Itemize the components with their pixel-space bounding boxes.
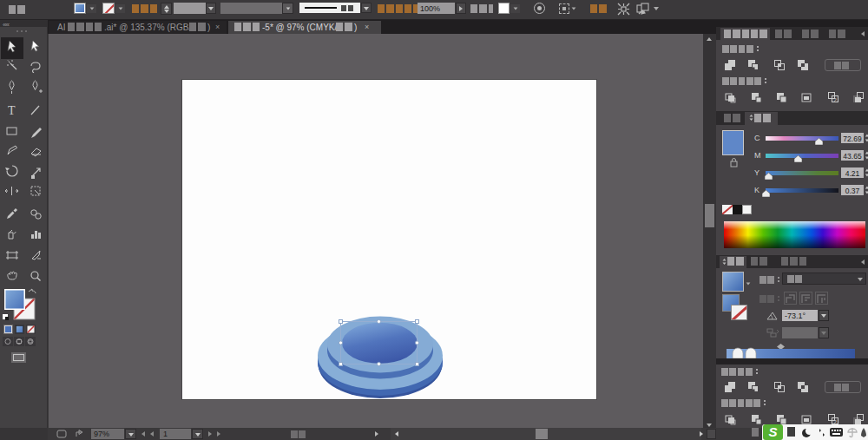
svg-text:T: T	[8, 104, 16, 117]
